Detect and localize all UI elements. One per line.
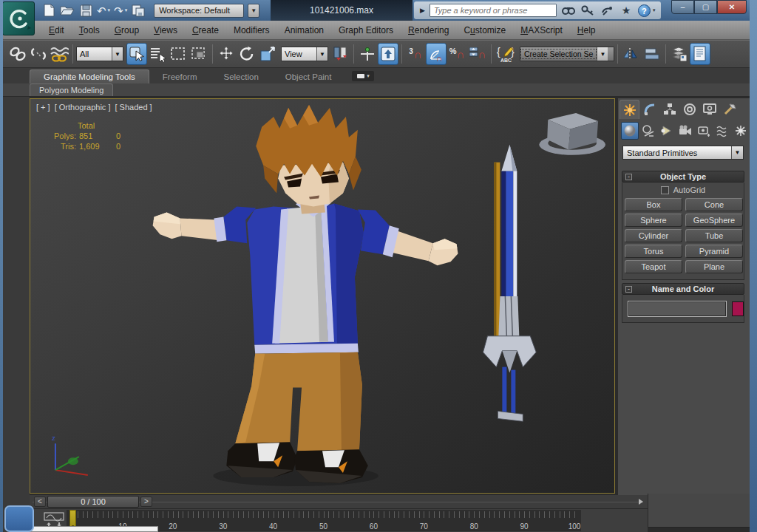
corner-blue-button[interactable] [4,505,34,532]
save-icon[interactable] [78,3,93,18]
maximize-button[interactable]: ▢ [694,0,717,14]
tab-motion[interactable] [679,100,699,119]
menu-graph-editors[interactable]: Graph Editors [331,23,401,38]
object-type-rollout-header[interactable]: - Object Type [622,171,744,183]
helper-cube-object[interactable] [539,113,605,155]
tab-hierarchy[interactable] [659,100,679,119]
menu-tools[interactable]: Tools [72,23,107,38]
subtab-lights[interactable] [658,122,676,140]
name-and-color-rollout-header[interactable]: - Name and Color [622,283,744,295]
ribbon-tab-graphite-modeling-tools[interactable]: Graphite Modeling Tools [30,69,149,83]
named-selection-sets-dropdown[interactable]: Create Selection Se▼ [520,47,614,61]
workspace-dropdown-arrow[interactable]: ▼ [248,4,259,18]
menu-create[interactable]: Create [185,23,226,38]
menu-animation[interactable]: Animation [277,23,331,38]
angle-snap-toggle-button[interactable]: ∩ [426,43,447,65]
primitive-button-sphere[interactable]: Sphere [625,214,682,227]
selection-filter-dropdown[interactable]: All▼ [76,47,123,61]
viewport-menu-plus[interactable]: [ + ] [36,103,50,112]
ribbon-minimize-button[interactable]: ▾ [352,71,374,81]
primitive-button-teapot[interactable]: Teapot [625,260,682,273]
ribbon-tab-freeform[interactable]: Freeform [149,70,211,83]
object-color-swatch[interactable] [732,301,744,316]
graphite-ribbon-toggle-button[interactable] [690,43,710,65]
viewport-menu-shading[interactable]: [ Shaded ] [115,103,152,112]
primitive-button-tube[interactable]: Tube [685,229,743,242]
search-expander-icon[interactable]: ▶ [420,7,425,14]
use-pivot-point-icon[interactable] [330,43,350,65]
bind-to-space-warp-icon[interactable] [49,43,69,65]
select-and-rotate-icon[interactable] [237,43,257,65]
primitive-button-cone[interactable]: Cone [685,198,743,211]
workspace-dropdown[interactable]: Workspace: Default [154,4,244,18]
project-folder-icon[interactable] [131,3,146,18]
help-dropdown-icon[interactable]: ▾ [653,7,656,13]
select-and-manipulate-icon[interactable] [357,43,378,65]
menu-modifiers[interactable]: Modifiers [226,23,277,38]
menu-rendering[interactable]: Rendering [401,23,456,38]
primitive-button-cylinder[interactable]: Cylinder [625,229,682,242]
spinner-snap-toggle-icon[interactable]: ∩ [467,43,488,65]
favorites-star-icon[interactable]: ★ [619,4,634,17]
close-button[interactable]: ✕ [717,0,747,14]
maxscript-mini-listener[interactable] [21,526,158,532]
search-binoculars-icon[interactable] [561,4,576,17]
communication-center-icon[interactable] [600,4,614,17]
menu-views[interactable]: Views [146,23,185,38]
new-file-icon[interactable] [41,3,56,18]
menu-maxscript[interactable]: MAXScript [513,23,570,38]
help-icon[interactable]: ? [638,4,651,17]
select-object-button[interactable] [126,43,147,65]
ribbon-tab-selection[interactable]: Selection [210,70,271,83]
percent-snap-toggle-icon[interactable]: %∩ [447,43,467,65]
autogrid-checkbox[interactable] [661,186,669,194]
reference-coordinate-dropdown[interactable]: View▼ [281,47,328,61]
subtab-shapes[interactable] [639,122,657,140]
primitive-button-geosphere[interactable]: GeoSphere [685,214,743,227]
redo-dropdown-icon[interactable]: ▾ [125,7,128,13]
geometry-category-dropdown[interactable]: Standard Primitives▼ [622,146,744,160]
align-icon[interactable] [642,43,662,65]
subtab-geometry[interactable] [621,122,639,140]
viewport-orthographic[interactable]: z [ + ] [ Orthographic ] [ Shaded ] Tota… [30,98,615,494]
object-name-input[interactable] [628,301,726,316]
tab-create[interactable] [619,100,639,119]
select-and-scale-icon[interactable] [257,43,278,65]
tab-display[interactable] [699,100,719,119]
application-menu-button[interactable] [2,1,35,35]
primitive-button-box[interactable]: Box [625,198,682,211]
snaps-toggle-3d-icon[interactable]: 3∩ [405,43,426,65]
mirror-icon[interactable] [621,43,642,65]
menu-group[interactable]: Group [107,23,146,38]
collapse-icon[interactable]: - [625,174,632,180]
edit-named-selection-sets-icon[interactable]: {}ABC [495,43,520,65]
menu-help[interactable]: Help [570,23,603,38]
next-frame-button[interactable]: > [140,497,152,507]
previous-frame-button[interactable]: < [34,497,46,507]
open-file-icon[interactable] [60,3,75,18]
layer-manager-icon[interactable] [669,43,690,65]
subscription-key-icon[interactable] [580,4,595,17]
subtab-systems[interactable] [732,122,750,140]
undo-icon[interactable]: ↶ [97,5,106,16]
tab-polygon-modeling[interactable]: Polygon Modeling [30,83,113,96]
minimize-button[interactable]: – [671,0,694,14]
time-slider-handle[interactable]: 0 / 100 [47,496,139,508]
collapse-icon[interactable]: - [625,286,632,293]
tab-utilities[interactable] [719,100,739,119]
ribbon-tab-object-paint[interactable]: Object Paint [272,70,345,83]
subtab-space-warps[interactable] [713,122,731,140]
tab-modify[interactable] [639,100,659,119]
menu-edit[interactable]: Edit [41,23,72,38]
viewport-menu-pov[interactable]: [ Orthographic ] [55,103,111,112]
window-crossing-toggle-icon[interactable] [189,43,209,65]
select-and-move-icon[interactable] [216,43,237,65]
select-and-link-icon[interactable] [7,43,28,65]
redo-icon[interactable]: ↷ [114,5,123,16]
sword-model[interactable] [483,145,536,422]
primitive-button-pyramid[interactable]: Pyramid [685,245,743,258]
primitive-button-torus[interactable]: Torus [625,245,682,258]
subtab-cameras[interactable] [676,122,694,140]
rectangular-selection-region-icon[interactable] [168,43,189,65]
select-by-name-icon[interactable] [147,43,168,65]
